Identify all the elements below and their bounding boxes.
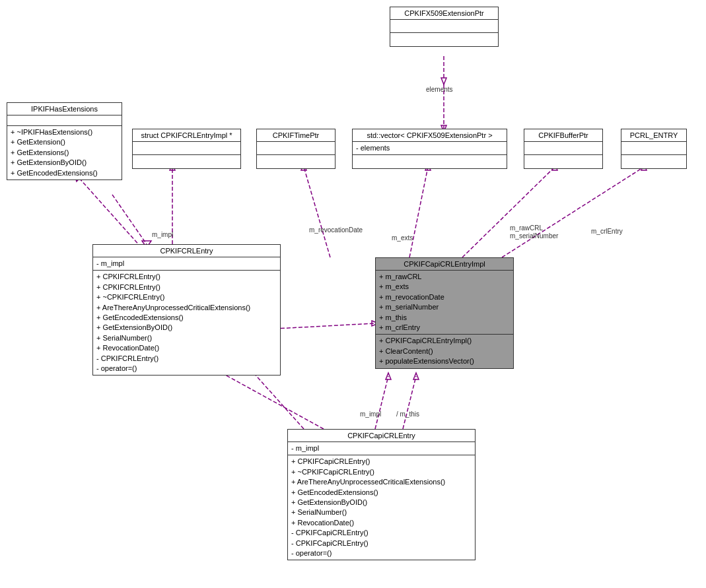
class-cpkifcrlentry: CPKIFCRLEntry - m_impl + CPKIFCRLEntry()… bbox=[92, 244, 281, 376]
diagram-container: CPKIFX509ExtensionPtr IPKIFHasExtensions… bbox=[0, 0, 706, 588]
label-m-impl-crlentry: m_impl bbox=[152, 231, 173, 238]
class-section-2: + ~IPKIFHasExtensions() + GetExtension()… bbox=[7, 126, 122, 180]
class-section-1: + m_rawCRL + m_exts + m_revocationDate +… bbox=[376, 271, 513, 335]
class-section-1 bbox=[524, 142, 602, 155]
label-m-this: / m_this bbox=[396, 410, 419, 418]
class-title: CPKIFCapiCRLEntryImpl bbox=[376, 258, 513, 271]
class-title: PCRL_ENTRY bbox=[621, 129, 686, 142]
class-cpkifcapicrlentry: CPKIFCapiCRLEntry - m_impl + CPKIFCapiCR… bbox=[287, 429, 476, 560]
class-title: struct CPKIFCRLEntryImpl * bbox=[133, 129, 240, 142]
class-pcrl-entry: PCRL_ENTRY bbox=[621, 129, 687, 169]
class-section-1 bbox=[257, 142, 335, 155]
svg-line-14 bbox=[502, 167, 644, 257]
class-title: CPKIFCRLEntry bbox=[93, 245, 280, 257]
class-title: std::vector< CPKIFX509ExtensionPtr > bbox=[353, 129, 507, 142]
label-m-crlentry: m_crlEntry bbox=[591, 228, 623, 235]
class-section-2 bbox=[390, 33, 498, 46]
class-section-1: - elements bbox=[353, 142, 507, 155]
class-structcpkifcrlentryimpl: struct CPKIFCRLEntryImpl * bbox=[132, 129, 241, 169]
label-m-exts: m_exts bbox=[392, 234, 413, 242]
class-section-1: - m_impl bbox=[288, 442, 475, 455]
class-section-1 bbox=[133, 142, 240, 155]
class-cpkifx509extensionptr: CPKIFX509ExtensionPtr bbox=[390, 7, 499, 47]
class-ipkifhasextensions: IPKIFHasExtensions + ~IPKIFHasExtensions… bbox=[7, 102, 122, 180]
class-section-2: + CPKIFCRLEntry() + CPKIFCRLEntry() + ~C… bbox=[93, 271, 280, 375]
class-title: CPKIFX509ExtensionPtr bbox=[390, 7, 498, 20]
label-m-revocationdate: m_revocationDate bbox=[309, 226, 363, 234]
svg-line-4 bbox=[112, 195, 147, 244]
svg-line-8 bbox=[304, 167, 330, 257]
svg-marker-1 bbox=[441, 78, 446, 84]
class-cpkifbufferptr: CPKIFBufferPtr bbox=[524, 129, 603, 169]
class-section-1 bbox=[390, 20, 498, 33]
class-section-1 bbox=[7, 115, 122, 126]
class-section-2 bbox=[524, 155, 602, 168]
class-stdvector: std::vector< CPKIFX509ExtensionPtr > - e… bbox=[352, 129, 507, 169]
class-section-2: + CPKIFCapiCRLEntryImpl() + ClearContent… bbox=[376, 335, 513, 368]
class-title: CPKIFBufferPtr bbox=[524, 129, 602, 142]
svg-line-10 bbox=[409, 167, 428, 257]
class-section-1: - m_impl bbox=[93, 257, 280, 271]
svg-line-12 bbox=[462, 167, 555, 257]
class-section-2 bbox=[621, 155, 686, 168]
class-title: IPKIFHasExtensions bbox=[7, 103, 122, 115]
class-cpkifcapicrlentryimpl: CPKIFCapiCRLEntryImpl + m_rawCRL + m_ext… bbox=[375, 257, 514, 369]
svg-marker-21 bbox=[413, 373, 419, 379]
class-title: CPKIFCapiCRLEntry bbox=[288, 430, 475, 442]
svg-line-18 bbox=[375, 376, 388, 429]
class-section-2 bbox=[257, 155, 335, 168]
svg-line-20 bbox=[403, 376, 416, 429]
class-cpkiftimeptr: CPKIFTimePtr bbox=[256, 129, 335, 169]
class-section-2 bbox=[353, 155, 507, 168]
class-section-1 bbox=[621, 142, 686, 155]
label-elements: elements bbox=[426, 86, 453, 93]
svg-marker-19 bbox=[386, 373, 391, 379]
label-m-serialnumber: m_serialNumber bbox=[510, 232, 558, 240]
label-m-rawcrl: m_rawCRL bbox=[510, 224, 543, 232]
label-m-impl-capicrl: m_impl bbox=[360, 410, 381, 418]
class-section-2 bbox=[133, 155, 240, 168]
class-section-2: + CPKIFCapiCRLEntry() + ~CPKIFCapiCRLEnt… bbox=[288, 455, 475, 560]
class-title: CPKIFTimePtr bbox=[257, 129, 335, 142]
